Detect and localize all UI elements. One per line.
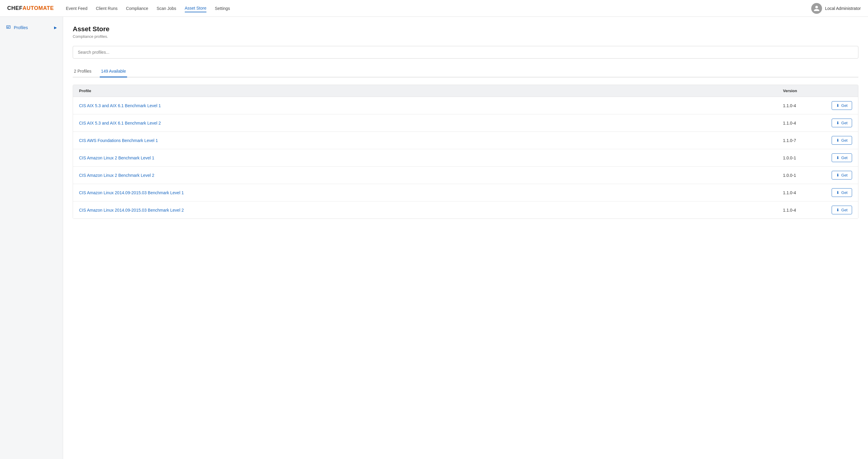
table-row: CIS AWS Foundations Benchmark Level 1 1.…	[73, 132, 858, 149]
search-container	[73, 46, 858, 59]
get-button[interactable]: ⬇ Get	[832, 154, 852, 162]
download-icon: ⬇	[836, 190, 839, 195]
tabs: 2 Profiles 149 Available	[73, 66, 858, 77]
get-button[interactable]: ⬇ Get	[832, 119, 852, 127]
nav-item-settings[interactable]: Settings	[215, 5, 230, 12]
col-header-profile: Profile	[79, 89, 783, 93]
row-version: 1.1.0-4	[783, 121, 825, 126]
profile-link[interactable]: CIS Amazon Linux 2 Benchmark Level 2	[79, 173, 154, 178]
profile-link[interactable]: CIS AWS Foundations Benchmark Level 1	[79, 138, 158, 143]
get-label: Get	[841, 138, 847, 142]
download-icon: ⬇	[836, 138, 839, 142]
row-version: 1.0.0-1	[783, 156, 825, 160]
page-title: Asset Store	[73, 25, 858, 33]
row-profile-name: CIS AWS Foundations Benchmark Level 1	[79, 138, 783, 143]
download-icon: ⬇	[836, 103, 839, 108]
avatar	[811, 3, 822, 14]
row-action: ⬇ Get	[825, 119, 852, 127]
table-row: CIS Amazon Linux 2 Benchmark Level 2 1.0…	[73, 167, 858, 184]
col-header-version: Version	[783, 89, 825, 93]
row-version: 1.1.0-4	[783, 190, 825, 195]
row-action: ⬇ Get	[825, 206, 852, 214]
page-subtitle: Compliance profiles.	[73, 34, 858, 39]
logo-automate-text: AUTOMATE	[23, 5, 54, 11]
row-profile-name: CIS Amazon Linux 2 Benchmark Level 2	[79, 173, 783, 178]
row-profile-name: CIS AIX 5.3 and AIX 6.1 Benchmark Level …	[79, 103, 783, 108]
download-icon: ⬇	[836, 173, 839, 177]
logo: CHEFAUTOMATE	[7, 5, 54, 11]
sidebar-profiles-label: Profiles	[14, 25, 28, 30]
get-label: Get	[841, 103, 847, 108]
nav-item-scan-jobs[interactable]: Scan Jobs	[157, 5, 176, 12]
get-button[interactable]: ⬇ Get	[832, 101, 852, 110]
download-icon: ⬇	[836, 156, 839, 160]
nav-item-client-runs[interactable]: Client Runs	[96, 5, 118, 12]
user-menu[interactable]: Local Administrator	[811, 3, 861, 14]
row-profile-name: CIS Amazon Linux 2014.09-2015.03 Benchma…	[79, 208, 783, 212]
get-button[interactable]: ⬇ Get	[832, 188, 852, 197]
get-label: Get	[841, 121, 847, 125]
row-version: 1.1.0-7	[783, 138, 825, 143]
header: CHEFAUTOMATE Event FeedClient RunsCompli…	[0, 0, 868, 17]
sidebar: Profiles ▶	[0, 17, 63, 459]
nav-item-asset-store[interactable]: Asset Store	[185, 4, 207, 12]
row-version: 1.1.0-4	[783, 208, 825, 212]
row-action: ⬇ Get	[825, 171, 852, 179]
table-header: Profile Version	[73, 85, 858, 97]
row-action: ⬇ Get	[825, 101, 852, 110]
tab-profiles[interactable]: 2 Profiles	[73, 66, 93, 77]
profiles-icon	[6, 25, 11, 31]
tab-available[interactable]: 149 Available	[100, 66, 127, 77]
nav-item-event-feed[interactable]: Event Feed	[66, 5, 87, 12]
main-nav: Event FeedClient RunsComplianceScan Jobs…	[66, 4, 802, 12]
table-row: CIS Amazon Linux 2014.09-2015.03 Benchma…	[73, 184, 858, 201]
user-name: Local Administrator	[825, 6, 861, 11]
row-profile-name: CIS Amazon Linux 2014.09-2015.03 Benchma…	[79, 190, 783, 195]
get-label: Get	[841, 190, 847, 195]
profile-link[interactable]: CIS Amazon Linux 2 Benchmark Level 1	[79, 156, 154, 160]
table-row: CIS Amazon Linux 2014.09-2015.03 Benchma…	[73, 201, 858, 219]
row-action: ⬇ Get	[825, 136, 852, 145]
download-icon: ⬇	[836, 121, 839, 125]
sidebar-item-profiles[interactable]: Profiles ▶	[0, 22, 63, 34]
get-label: Get	[841, 208, 847, 212]
nav-item-compliance[interactable]: Compliance	[126, 5, 148, 12]
row-version: 1.0.0-1	[783, 173, 825, 178]
download-icon: ⬇	[836, 208, 839, 212]
get-label: Get	[841, 173, 847, 177]
search-input[interactable]	[73, 46, 858, 58]
row-action: ⬇ Get	[825, 154, 852, 162]
page-layout: Profiles ▶ Asset Store Compliance profil…	[0, 17, 868, 459]
get-button[interactable]: ⬇ Get	[832, 171, 852, 179]
sidebar-arrow-icon: ▶	[54, 26, 57, 30]
logo-chef-text: CHEF	[7, 5, 23, 11]
row-profile-name: CIS AIX 5.3 and AIX 6.1 Benchmark Level …	[79, 121, 783, 126]
get-button[interactable]: ⬇ Get	[832, 206, 852, 214]
profiles-table: Profile Version CIS AIX 5.3 and AIX 6.1 …	[73, 85, 858, 219]
get-label: Get	[841, 156, 847, 160]
get-button[interactable]: ⬇ Get	[832, 136, 852, 145]
table-row: CIS AIX 5.3 and AIX 6.1 Benchmark Level …	[73, 97, 858, 114]
profile-link[interactable]: CIS Amazon Linux 2014.09-2015.03 Benchma…	[79, 208, 184, 212]
main-content: Asset Store Compliance profiles. 2 Profi…	[63, 17, 868, 459]
profile-link[interactable]: CIS AIX 5.3 and AIX 6.1 Benchmark Level …	[79, 103, 161, 108]
row-version: 1.1.0-4	[783, 103, 825, 108]
profile-link[interactable]: CIS Amazon Linux 2014.09-2015.03 Benchma…	[79, 190, 184, 195]
table-row: CIS Amazon Linux 2 Benchmark Level 1 1.0…	[73, 149, 858, 167]
row-profile-name: CIS Amazon Linux 2 Benchmark Level 1	[79, 156, 783, 160]
table-row: CIS AIX 5.3 and AIX 6.1 Benchmark Level …	[73, 114, 858, 132]
table-body: CIS AIX 5.3 and AIX 6.1 Benchmark Level …	[73, 97, 858, 219]
profile-link[interactable]: CIS AIX 5.3 and AIX 6.1 Benchmark Level …	[79, 121, 161, 126]
row-action: ⬇ Get	[825, 188, 852, 197]
